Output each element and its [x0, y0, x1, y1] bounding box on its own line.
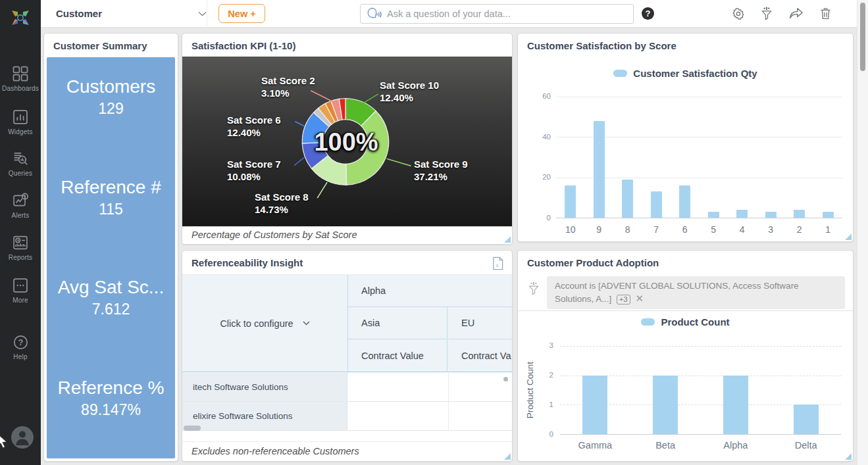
share-icon[interactable]	[788, 7, 804, 20]
question-circle-icon[interactable]: ?	[642, 7, 654, 20]
widget-title: Satisfaction KPI (1-10)	[182, 34, 512, 57]
dashboard-canvas: Customer Summary Customers 129 Reference…	[41, 28, 857, 465]
more-dots-icon	[11, 276, 30, 295]
ask-data-searchbox[interactable]	[360, 4, 634, 24]
chart-legend: Product Count	[518, 316, 853, 328]
sidebar-item-label: Alerts	[0, 212, 41, 219]
bars[interactable]	[560, 346, 841, 434]
table-row[interactable]: itech Software Solutions	[182, 373, 512, 402]
x-axis-labels: GammaBeta AlphaDelta	[560, 440, 841, 451]
svg-text:?: ?	[18, 338, 23, 347]
bars[interactable]	[556, 97, 842, 218]
sidebar: Dashboards Widgets Queries	[0, 0, 41, 465]
app-window: Dashboards Widgets Queries	[0, 0, 868, 465]
dashboard-selector[interactable]: Customer	[41, 8, 207, 19]
kpi-customers: Customers 129	[47, 76, 175, 119]
y-axis-title: Product Count	[524, 343, 535, 438]
sidebar-item-more[interactable]: More	[0, 276, 41, 304]
widget-satisfaction-kpi: Satisfaction KPI (1-10) Sat Score 23.10%…	[182, 33, 513, 245]
topbar-divider	[207, 0, 207, 28]
filter-more-badge[interactable]: +3	[617, 295, 630, 305]
column-header-alpha[interactable]: Alpha	[348, 275, 512, 307]
widget-title: Customer Product Adoption	[518, 251, 853, 274]
new-button[interactable]: New +	[218, 4, 265, 23]
column-header-contract-value-1[interactable]: Contract Value	[348, 339, 447, 372]
table-row[interactable]: elixire Software Solutions	[182, 402, 512, 431]
legend-item[interactable]: Product Count	[641, 316, 729, 328]
chevron-down-icon	[198, 11, 207, 16]
click-to-configure[interactable]: Click to configure	[182, 275, 347, 372]
alerts-chart-icon	[11, 191, 30, 210]
vertical-scrollbar-thumb[interactable]	[503, 377, 508, 381]
page-scrollbar[interactable]	[857, 0, 868, 465]
resize-handle[interactable]	[845, 453, 852, 460]
dashboard-title: Customer	[56, 8, 198, 19]
legend-item[interactable]: Customer Satisfaction Qty	[613, 68, 757, 79]
queries-search-icon	[11, 149, 30, 168]
ask-data-voice-icon	[367, 7, 382, 20]
y-tick: 1	[538, 401, 553, 408]
widget-customer-product-adoption: Customer Product Adoption Account is [AD…	[517, 250, 854, 462]
column-header-contract-value-2[interactable]: Contract Va	[448, 339, 512, 372]
close-x-icon[interactable]: ✕	[635, 293, 644, 304]
pivot-rows: itech Software Solutions elixire Softwar…	[182, 373, 512, 431]
sidebar-item-label: Queries	[0, 170, 41, 177]
dashboards-grid-icon	[11, 64, 30, 83]
sidebar-item-label: More	[0, 297, 41, 304]
widget-title: Referenceability Insight	[182, 251, 512, 275]
sidebar-item-reports[interactable]: Reports	[0, 233, 41, 261]
filter-funnel-icon[interactable]	[760, 7, 773, 21]
column-header-asia[interactable]: Asia	[348, 307, 447, 339]
trash-icon[interactable]	[819, 7, 832, 20]
kpi-reference-pct: Reference % 89.147%	[47, 377, 175, 420]
donut-label-sat7: Sat Score 710.08%	[227, 158, 281, 183]
sidebar-item-queries[interactable]: Queries	[0, 149, 41, 177]
y-tick: 20	[526, 173, 551, 181]
sidebar-item-label: Reports	[0, 254, 41, 261]
chart-legend: Customer Satisfaction Qty	[518, 68, 853, 80]
sidebar-item-widgets[interactable]: Widgets	[0, 108, 41, 135]
widget-title: Customer Satisfaction by Score	[518, 34, 853, 57]
sidebar-item-label: Help	[0, 353, 41, 360]
widget-caption: Excludes non-referenceable Customers	[182, 441, 512, 461]
page-scrollbar-thumb[interactable]	[860, 3, 865, 71]
summary-kpi-panel: Customers 129 Reference # 115 Avg Sat Sc…	[47, 57, 175, 458]
user-avatar[interactable]	[11, 426, 34, 449]
y-tick: 3	[538, 341, 553, 349]
widget-customer-summary: Customer Summary Customers 129 Reference…	[43, 33, 178, 462]
x-axis-labels: 109 87 65 43 21	[556, 224, 842, 235]
topbar: Customer New + ?	[41, 0, 857, 28]
search-input[interactable]	[387, 9, 627, 19]
sidebar-item-dashboards[interactable]: Dashboards	[0, 64, 41, 92]
resize-handle[interactable]	[504, 236, 511, 243]
resize-handle[interactable]	[845, 233, 852, 240]
resize-handle[interactable]	[504, 453, 511, 460]
donut-chart: Sat Score 23.10% Sat Score 1012.40% Sat …	[182, 57, 512, 226]
topbar-actions	[732, 7, 832, 21]
widget-caption: Percentage of Customers by Sat Score	[182, 226, 512, 244]
kpi-reference-count: Reference # 115	[47, 176, 175, 220]
reports-clock-icon	[11, 233, 30, 252]
sidebar-item-alerts[interactable]: Alerts	[0, 191, 41, 219]
filter-chip[interactable]: Account is [ADVENT GLOBAL SOLUTIONS, Acc…	[547, 276, 845, 309]
excel-export-icon[interactable]: x	[492, 257, 504, 270]
sidebar-item-help[interactable]: ? Help	[0, 333, 41, 360]
widget-title: Customer Summary	[44, 34, 178, 57]
sisense-logo[interactable]	[9, 6, 32, 30]
donut-label-sat9: Sat Score 937.21%	[414, 158, 468, 183]
kpi-avg-sat-score: Avg Sat Sc... 7.612	[47, 276, 175, 320]
sidebar-item-label: Widgets	[0, 128, 41, 135]
column-header-eu[interactable]: EU	[448, 307, 512, 339]
bar-chart-plot	[556, 97, 842, 218]
widget-referenceability-insight: Referenceability Insight x Click to conf…	[182, 250, 513, 462]
y-tick: 60	[526, 92, 551, 100]
donut-center-label: 100%	[314, 128, 378, 157]
donut-label-sat2: Sat Score 23.10%	[261, 74, 315, 99]
y-tick: 2	[538, 371, 553, 379]
settings-gear-icon[interactable]	[732, 7, 745, 20]
filter-funnel-icon	[527, 281, 540, 297]
legend-swatch	[613, 70, 627, 77]
horizontal-scrollbar-thumb[interactable]	[184, 426, 201, 431]
chevron-down-icon	[303, 321, 310, 326]
mouse-cursor	[0, 434, 9, 449]
